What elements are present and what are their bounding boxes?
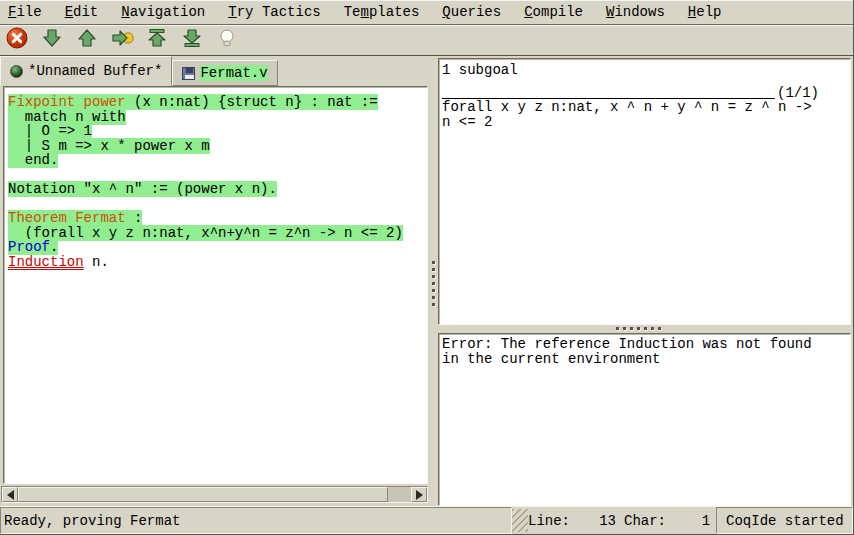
go-to-cursor-button[interactable] (110, 27, 134, 53)
menu-navigation[interactable]: Navigation (121, 4, 205, 20)
status-message: Ready, proving Fermat (0, 507, 512, 534)
goal-line: n <= 2 (442, 115, 847, 130)
subgoal-count: 1 subgoal (442, 62, 847, 79)
restart-button[interactable] (145, 27, 169, 53)
code-segment: (x n:nat) {struct n} : nat := (126, 94, 378, 110)
goals-panel: 1 subgoal (1/1) forall x y z n:nat, x ^ … (438, 58, 851, 325)
char-value: 1 (666, 513, 710, 529)
code-line: end. (8, 153, 427, 168)
tab-label: *Unnamed Buffer* (28, 63, 162, 79)
code-segment: Induction (8, 254, 84, 270)
tab-unnamed-buffer[interactable]: *Unnamed Buffer* (0, 56, 172, 86)
scrollbar-thumb[interactable] (18, 487, 388, 502)
resize-grip-icon (512, 509, 528, 532)
char-label: Char: (624, 513, 666, 529)
tab-label: Fermat.v (200, 65, 267, 81)
left-arrow-icon (7, 490, 14, 500)
stop-icon (6, 27, 28, 53)
go-to-end-icon (182, 28, 202, 52)
code-line: | S m => x * power x m (8, 139, 427, 154)
floppy-disk-icon (182, 67, 195, 80)
code-line: Theorem Fermat : (8, 211, 427, 226)
step-forward-icon (42, 28, 62, 52)
menu-try-tactics[interactable]: Try Tactics (228, 4, 320, 20)
code-line: match n with (8, 110, 427, 125)
menu-help[interactable]: Help (688, 4, 722, 20)
lightbulb-icon (217, 28, 237, 52)
code-segment: Notation "x ^ n" := (power x n). (8, 181, 277, 197)
code-line: Notation "x ^ n" := (power x n). (8, 182, 427, 197)
code-line (8, 168, 427, 183)
divider-grip-icon (432, 261, 435, 306)
scrollbar-track[interactable] (388, 487, 411, 502)
goals-messages-splitter[interactable] (438, 325, 851, 333)
buffer-tab-bar: *Unnamed Buffer*Fermat.v (0, 56, 429, 86)
proof-pane: 1 subgoal (1/1) forall x y z n:nat, x ^ … (438, 56, 853, 506)
code-segment: | O => 1 (8, 123, 92, 139)
goal-line: forall x y z n:nat, x ^ n + y ^ n = z ^ … (442, 100, 847, 115)
error-message: Error: The reference Induction was not f… (442, 337, 847, 367)
restart-icon (147, 28, 167, 52)
menu-file[interactable]: File (8, 4, 42, 20)
buffer-status-icon (10, 65, 23, 78)
code-segment: Theorem Fermat (8, 210, 126, 226)
main-area: *Unnamed Buffer*Fermat.v Fixpoint power … (0, 56, 853, 506)
step-backward-button[interactable] (75, 27, 99, 53)
menu-bar: FileEditNavigationTry TacticsTemplatesQu… (0, 0, 853, 25)
messages-panel: Error: The reference Induction was not f… (438, 333, 851, 506)
menu-windows[interactable]: Windows (606, 4, 665, 20)
code-segment: : (126, 210, 143, 226)
app-status: CoqIde started (716, 507, 853, 534)
code-line: Induction n. (8, 255, 427, 270)
about-button[interactable] (215, 27, 239, 53)
menu-queries[interactable]: Queries (442, 4, 501, 20)
goal-separator: (1/1) (442, 79, 847, 100)
pane-divider[interactable] (429, 56, 438, 506)
menu-edit[interactable]: Edit (65, 4, 99, 20)
step-forward-button[interactable] (40, 27, 64, 53)
line-char-indicator: Line: 13 Char: 1 (528, 507, 716, 534)
message-line: in the current environment (442, 352, 847, 367)
code-segment: end. (8, 152, 58, 168)
menu-templates[interactable]: Templates (344, 4, 420, 20)
horizontal-scrollbar-wrap (0, 484, 429, 506)
step-backward-icon (77, 28, 97, 52)
line-label: Line: (528, 513, 570, 529)
stop-button[interactable] (5, 27, 29, 53)
code-line: Fixpoint power (x n:nat) {struct n} : na… (8, 95, 427, 110)
toolbar (0, 25, 853, 56)
goal-statement: forall x y z n:nat, x ^ n + y ^ n = z ^ … (442, 100, 847, 130)
right-arrow-icon (416, 490, 423, 500)
script-pane: *Unnamed Buffer*Fermat.v Fixpoint power … (0, 56, 429, 506)
code-line: | O => 1 (8, 124, 427, 139)
scroll-right-button[interactable] (411, 487, 427, 502)
scroll-left-button[interactable] (2, 487, 18, 502)
horizontal-scrollbar[interactable] (1, 486, 428, 503)
code-segment: (forall x y z n:nat, x^n+y^n = z^n -> n … (8, 225, 403, 241)
code-line: (forall x y z n:nat, x^n+y^n = z^n -> n … (8, 226, 427, 241)
go-to-cursor-icon (111, 28, 134, 52)
code-segment: Fixpoint power (8, 94, 126, 110)
goal-counter: (1/1) (775, 86, 819, 100)
coqide-window: FileEditNavigationTry TacticsTemplatesQu… (0, 0, 854, 535)
code-line: Proof. (8, 240, 427, 255)
code-segment: n. (84, 254, 109, 270)
go-to-end-button[interactable] (180, 27, 204, 53)
line-value: 13 (570, 513, 616, 529)
message-line: Error: The reference Induction was not f… (442, 337, 847, 352)
script-editor[interactable]: Fixpoint power (x n:nat) {struct n} : na… (3, 86, 428, 484)
splitter-grip-icon (616, 327, 661, 330)
menu-compile[interactable]: Compile (524, 4, 583, 20)
code-line (8, 197, 427, 212)
tab-fermat-v[interactable]: Fermat.v (172, 60, 277, 86)
status-bar: Ready, proving Fermat Line: 13 Char: 1 C… (0, 506, 853, 534)
